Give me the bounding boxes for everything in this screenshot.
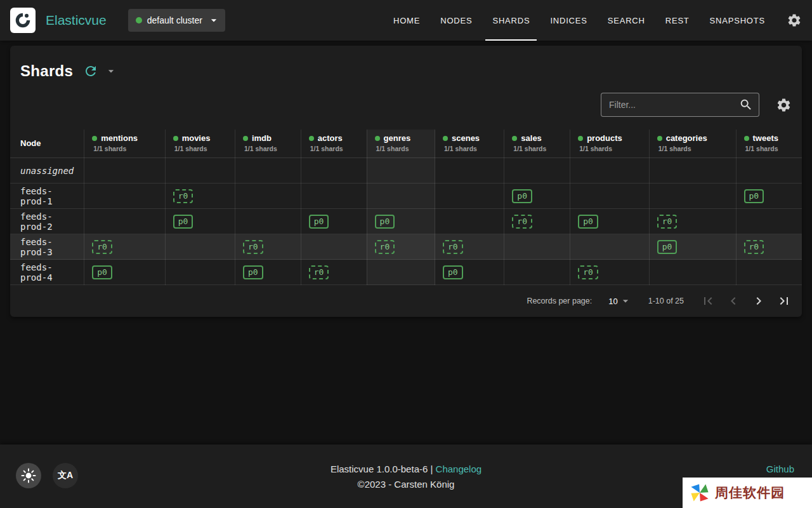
shard-cell <box>301 184 367 209</box>
shard-badge-p0[interactable]: p0 <box>578 215 598 229</box>
shard-badge-r0[interactable]: r0 <box>512 215 532 229</box>
shard-cell: p0 <box>367 209 435 234</box>
index-shard-count: 1/1 shards <box>376 145 427 152</box>
shard-cell <box>570 234 649 260</box>
node-name: feeds-prod-2 <box>10 209 84 234</box>
shard-badge-p0[interactable]: p0 <box>744 189 764 203</box>
nav-item-search[interactable]: SEARCH <box>598 0 655 41</box>
shard-badge-p0[interactable]: p0 <box>657 240 678 254</box>
shard-cell: r0 <box>367 234 435 260</box>
nav-item-nodes[interactable]: NODES <box>430 0 482 41</box>
main-navigation: HOME NODES SHARDS INDICES SEARCH REST SN… <box>383 0 775 41</box>
shard-badge-r0[interactable]: r0 <box>173 189 193 203</box>
nav-item-shards[interactable]: SHARDS <box>482 0 540 41</box>
translate-icon: 文A <box>58 470 73 481</box>
index-health-dot <box>443 136 448 141</box>
search-icon <box>739 98 753 112</box>
index-name: imdb <box>252 133 272 143</box>
watermark-text: 周佳软件园 <box>715 484 785 502</box>
changelog-link[interactable]: Changelog <box>436 464 482 474</box>
shard-cell: r0 <box>165 184 235 209</box>
shard-cell: p0 <box>84 260 165 285</box>
shard-cell: r0 <box>649 209 736 234</box>
shard-badge-p0[interactable]: p0 <box>375 215 395 229</box>
shards-table: Node mentions1/1 shardsmovies1/1 shardsi… <box>10 130 802 285</box>
shard-badge-p0[interactable]: p0 <box>92 265 112 279</box>
index-name: categories <box>666 133 707 143</box>
shard-cell <box>435 158 504 184</box>
table-settings-button[interactable] <box>776 97 792 113</box>
index-health-dot <box>375 136 380 141</box>
footer-version-line: Elasticvue 1.0.0-beta-6 | Changelog <box>0 464 812 474</box>
shard-badge-r0[interactable]: r0 <box>443 240 463 254</box>
shard-badge-r0[interactable]: r0 <box>578 265 598 279</box>
last-page-icon <box>776 293 792 309</box>
filter-input[interactable] <box>601 93 759 117</box>
next-page-button[interactable] <box>751 293 766 309</box>
shard-cell: r0 <box>736 234 802 260</box>
shard-cell <box>235 184 301 209</box>
first-page-button[interactable] <box>700 293 716 309</box>
nav-item-home[interactable]: HOME <box>383 0 430 41</box>
shard-cell <box>736 158 802 184</box>
shard-cell <box>165 234 235 260</box>
nav-item-rest[interactable]: REST <box>655 0 700 41</box>
shard-cell <box>367 158 435 184</box>
index-name: scenes <box>452 133 480 143</box>
column-header-categories[interactable]: categories1/1 shards <box>649 130 736 158</box>
nav-item-indices[interactable]: INDICES <box>540 0 597 41</box>
shard-cell: p0 <box>570 209 649 234</box>
shard-badge-p0[interactable]: p0 <box>512 189 532 203</box>
cluster-selector[interactable]: default cluster <box>128 9 225 32</box>
column-header-imdb[interactable]: imdb1/1 shards <box>235 130 301 158</box>
language-toggle-button[interactable]: 文A <box>53 463 78 488</box>
previous-page-button[interactable] <box>726 293 741 309</box>
shard-badge-r0[interactable]: r0 <box>309 265 329 279</box>
shard-cell: p0 <box>235 260 301 285</box>
shard-badge-r0[interactable]: r0 <box>243 240 263 254</box>
node-name: unassigned <box>10 158 84 184</box>
column-header-scenes[interactable]: scenes1/1 shards <box>435 130 504 158</box>
column-header-sales[interactable]: sales1/1 shards <box>504 130 570 158</box>
shard-badge-r0[interactable]: r0 <box>657 215 678 229</box>
elasticvue-logo-icon <box>13 11 32 30</box>
records-per-page-select[interactable]: 10 <box>608 295 631 307</box>
app-settings-button[interactable] <box>787 13 802 28</box>
pagination-bar: Records per page: 10 1-10 of 25 <box>10 285 802 317</box>
index-health-dot <box>309 136 314 141</box>
column-header-genres[interactable]: genres1/1 shards <box>367 130 435 158</box>
first-page-icon <box>700 293 716 309</box>
index-health-dot <box>512 136 517 141</box>
column-header-actors[interactable]: actors1/1 shards <box>301 130 367 158</box>
refresh-icon <box>83 64 98 79</box>
nav-item-snapshots[interactable]: SNAPSHOTS <box>700 0 775 41</box>
column-header-movies[interactable]: movies1/1 shards <box>165 130 235 158</box>
shard-badge-p0[interactable]: p0 <box>309 215 329 229</box>
shard-badge-p0[interactable]: p0 <box>173 215 193 229</box>
refresh-button[interactable] <box>83 64 98 79</box>
shard-badge-r0[interactable]: r0 <box>375 240 395 254</box>
elasticvue-logo <box>10 8 36 33</box>
theme-toggle-button[interactable] <box>16 463 41 488</box>
index-shard-count: 1/1 shards <box>579 145 641 152</box>
column-header-tweets[interactable]: tweets1/1 shards <box>736 130 802 158</box>
column-header-products[interactable]: products1/1 shards <box>570 130 649 158</box>
refresh-options-button[interactable] <box>105 65 117 77</box>
column-header-mentions[interactable]: mentions1/1 shards <box>84 130 165 158</box>
shard-badge-p0[interactable]: p0 <box>443 265 463 279</box>
index-name: mentions <box>101 133 138 143</box>
shard-badge-p0[interactable]: p0 <box>243 265 263 279</box>
shard-badge-r0[interactable]: r0 <box>92 240 112 254</box>
index-name: products <box>587 133 622 143</box>
watermark: 周佳软件园 <box>683 478 812 508</box>
last-page-button[interactable] <box>776 293 792 309</box>
table-row-feeds-prod-4: feeds-prod-4p0p0r0p0r0 <box>10 260 802 285</box>
github-link[interactable]: Github <box>766 464 794 474</box>
shard-cell: p0 <box>649 234 736 260</box>
shard-cell <box>504 234 570 260</box>
shard-badge-r0[interactable]: r0 <box>744 240 764 254</box>
shard-cell: r0 <box>84 234 165 260</box>
index-shard-count: 1/1 shards <box>174 145 227 152</box>
index-shard-count: 1/1 shards <box>444 145 496 152</box>
node-name: feeds-prod-4 <box>10 260 84 285</box>
